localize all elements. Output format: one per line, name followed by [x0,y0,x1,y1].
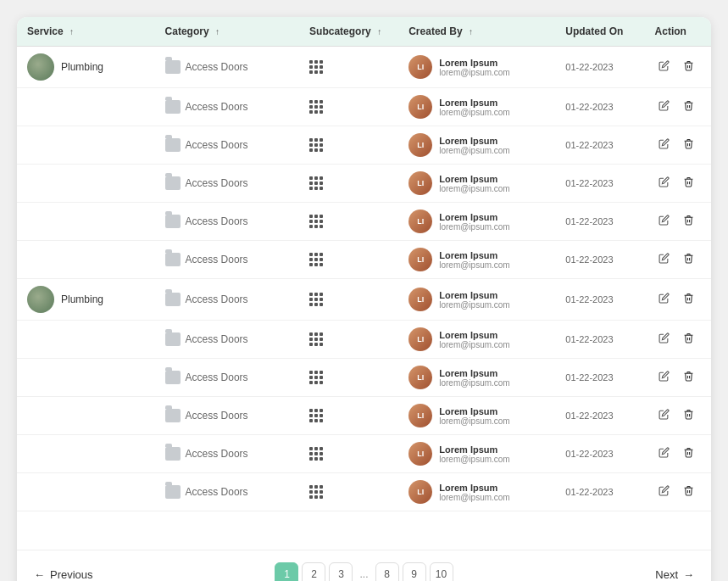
service-label: Plumbing [61,61,103,73]
edit-button[interactable] [655,59,673,75]
user-name: Lorem Ipsum [439,250,510,260]
delete-button[interactable] [680,445,697,462]
page-button-3[interactable]: 3 [329,562,353,581]
edit-button[interactable] [655,369,673,386]
updated-on-cell: 01-22-2023 [555,165,644,203]
service-cell [17,321,155,359]
user-email: lorem@ipsum.com [439,68,510,77]
delete-icon [683,138,694,149]
user-info: Lorem Ipsum lorem@ipsum.com [439,444,510,464]
delete-button[interactable] [680,137,697,154]
action-cell [645,473,711,511]
category-with-icon: Access Doors [165,409,290,422]
user-avatar: LI [408,95,432,119]
sort-icon-created-by: ↑ [469,27,473,36]
updated-on-cell: 01-22-2023 [555,241,644,279]
user-cell: LI Lorem Ipsum lorem@ipsum.com [408,442,545,466]
edit-icon [659,371,670,382]
delete-button[interactable] [680,407,697,424]
user-info: Lorem Ipsum lorem@ipsum.com [439,290,510,310]
table-row: Access Doors LI Lorem Ipsum lorem@ipsum.… [17,126,711,165]
edit-button[interactable] [655,407,673,424]
subcategory-cell [299,473,398,511]
action-buttons [655,213,701,230]
delete-button[interactable] [680,59,697,75]
action-cell [645,203,711,241]
category-with-icon: Access Doors [165,332,290,346]
user-cell: LI Lorem Ipsum lorem@ipsum.com [408,171,545,195]
action-buttons [655,137,701,154]
prev-button[interactable]: ← Previous [34,568,93,581]
edit-button[interactable] [655,445,673,462]
user-name: Lorem Ipsum [439,444,510,455]
subcategory-cell [299,203,398,241]
delete-button[interactable] [680,369,697,386]
action-buttons [655,251,701,268]
delete-button[interactable] [680,213,697,230]
edit-button[interactable] [655,251,673,268]
category-cell: Access Doors [155,203,300,241]
user-name: Lorem Ipsum [439,406,510,416]
edit-icon [659,409,670,420]
category-cell: Access Doors [155,88,300,126]
user-cell: LI Lorem Ipsum lorem@ipsum.com [408,209,545,233]
edit-button[interactable] [655,291,673,308]
user-cell: LI Lorem Ipsum lorem@ipsum.com [408,366,545,389]
page-button-1[interactable]: 1 [275,562,298,581]
table-row: Plumbing Access Doors LI Lorem Ipsum lor… [17,279,711,321]
col-header-category[interactable]: Category ↑ [155,17,300,47]
category-with-icon: Access Doors [165,138,290,152]
grid-icon [309,138,323,152]
edit-button[interactable] [655,483,673,500]
category-with-icon: Access Doors [165,60,290,74]
edit-button[interactable] [655,331,673,348]
action-cell [645,359,711,397]
subcategory-cell [299,321,398,359]
updated-on-cell: 01-22-2023 [555,88,644,126]
page-button-9[interactable]: 9 [403,562,426,581]
page-button-8[interactable]: 8 [375,562,399,581]
service-with-avatar: Plumbing [27,286,145,313]
category-cell: Access Doors [155,126,300,165]
edit-button[interactable] [655,175,673,192]
page-button-2[interactable]: 2 [302,562,325,581]
page-dots: ... [356,568,371,580]
edit-button[interactable] [655,137,673,154]
user-info: Lorem Ipsum lorem@ipsum.com [439,330,510,349]
delete-button[interactable] [680,98,697,115]
action-buttons [655,175,701,192]
page-button-10[interactable]: 10 [430,562,453,581]
folder-icon [165,409,181,422]
delete-button[interactable] [680,175,697,192]
action-buttons [655,331,701,348]
subcategory-cell [299,435,398,473]
edit-button[interactable] [655,98,673,115]
action-buttons [655,98,701,115]
folder-icon [165,371,181,384]
service-cell [17,88,155,126]
category-label: Access Doors [186,254,248,265]
category-cell: Access Doors [155,165,300,203]
col-header-subcategory[interactable]: Subcategory ↑ [299,17,398,47]
delete-icon [683,447,694,458]
action-cell [645,241,711,279]
table-wrapper: Service ↑ Category ↑ Subcategory ↑ Creat… [17,17,711,550]
col-header-created-by[interactable]: Created By ↑ [398,17,555,47]
category-with-icon: Access Doors [165,293,290,306]
table-row: Access Doors LI Lorem Ipsum lorem@ipsum.… [17,473,711,511]
delete-button[interactable] [680,291,697,308]
next-button[interactable]: Next → [655,568,694,581]
delete-button[interactable] [680,331,697,348]
category-label: Access Doors [186,101,248,113]
edit-button[interactable] [655,213,673,230]
delete-button[interactable] [680,251,697,268]
user-name: Lorem Ipsum [439,136,510,146]
table-row: Plumbing Access Doors LI Lorem Ipsum lor… [17,47,711,88]
created-by-cell: LI Lorem Ipsum lorem@ipsum.com [398,47,555,88]
user-email: lorem@ipsum.com [439,146,510,155]
user-email: lorem@ipsum.com [439,260,510,270]
col-header-service[interactable]: Service ↑ [17,17,155,47]
service-cell [17,435,155,473]
user-avatar: LI [408,366,432,389]
delete-button[interactable] [680,483,697,500]
